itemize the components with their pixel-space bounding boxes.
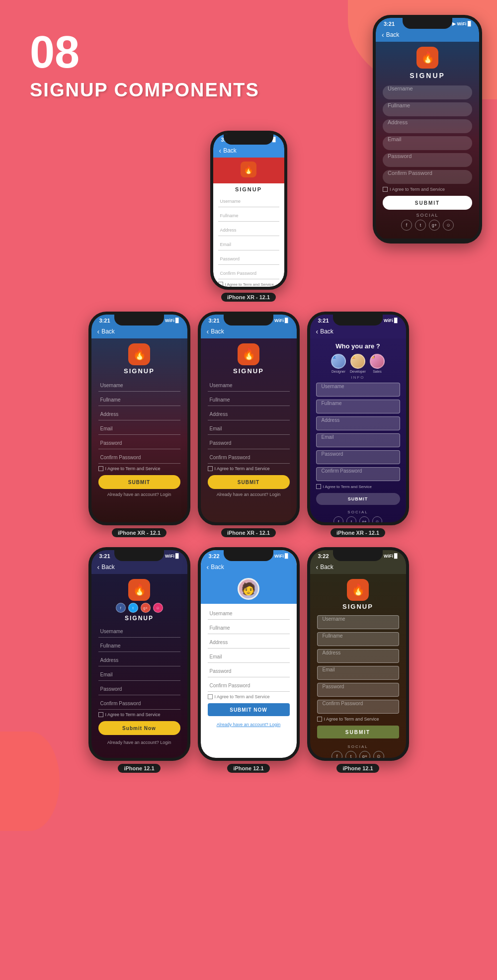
f5-fullname[interactable]: Fullname	[208, 622, 290, 634]
f1-username[interactable]: Username	[98, 380, 180, 392]
f1-password[interactable]: Password	[98, 437, 180, 449]
phone-1-wrapper: 3:21 WiFi ▉ ‹ Back 🔥 SIGNUP Username Ful…	[88, 312, 190, 537]
f1-address[interactable]: Address	[98, 408, 180, 420]
f2-submit[interactable]: SUBMIT	[208, 475, 290, 489]
social-label: SOCIAL	[383, 213, 472, 218]
f1-fullname[interactable]: Fullname	[98, 394, 180, 406]
phone-2: 3:21 WiFi ▉ ‹ Back 🔥 SIGNUP Username Ful…	[198, 312, 300, 525]
f3-confirm[interactable]: Confirm Password	[316, 467, 400, 481]
f4-confirm[interactable]: Confirm Password	[98, 698, 180, 710]
f6-gh[interactable]: ⊙	[373, 751, 384, 758]
f3-submit[interactable]: SUBMIT	[316, 493, 400, 505]
f6-address[interactable]: Address	[317, 649, 399, 663]
signup-title-2: SIGNUP	[208, 367, 290, 375]
f6-email[interactable]: Email	[317, 666, 399, 680]
google-icon[interactable]: g+	[429, 220, 440, 231]
red-header: 🔥	[213, 158, 284, 183]
password-line[interactable]: Password	[218, 253, 279, 265]
avatar-circle-3: 🧑	[370, 354, 385, 369]
f6-fullname[interactable]: Fullname	[317, 632, 399, 646]
f4-email[interactable]: Email	[98, 669, 180, 681]
top-gp[interactable]: g+	[141, 603, 151, 613]
instagram-icon[interactable]: ☺	[443, 220, 454, 231]
f5-address[interactable]: Address	[208, 637, 290, 649]
terms-checkbox[interactable]	[383, 187, 388, 192]
phone-1: 3:21 WiFi ▉ ‹ Back 🔥 SIGNUP Username Ful…	[88, 312, 190, 525]
f4-address[interactable]: Address	[98, 654, 180, 666]
f5-already: Already have an account? Login	[208, 722, 290, 727]
f5-password[interactable]: Password	[208, 665, 290, 677]
f3-fullname[interactable]: Fullname	[316, 400, 400, 413]
f6-social-label: SOCIAL	[317, 744, 399, 749]
checkbox-row: I Agree to Term and Service	[383, 187, 472, 192]
f2-password[interactable]: Password	[208, 437, 290, 449]
f4-checkbox[interactable]	[98, 712, 103, 717]
phone-2-content: 🔥 SIGNUP Username Fullname Address Email…	[201, 338, 297, 502]
f6-tw[interactable]: t	[345, 751, 356, 758]
f6-password[interactable]: Password	[317, 683, 399, 697]
username-line[interactable]: Username	[218, 195, 279, 207]
f2-checkbox[interactable]	[208, 466, 213, 471]
f4-username[interactable]: Username	[98, 626, 180, 638]
f2-email[interactable]: Email	[208, 423, 290, 435]
username-field[interactable]: Username	[383, 85, 472, 99]
confirm-line[interactable]: Confirm Password	[218, 267, 279, 279]
f1-submit[interactable]: SUBMIT	[98, 475, 180, 489]
f4-password[interactable]: Password	[98, 683, 180, 695]
phone-large-wrapper: 3:21 ▶ WiFi ▉ ‹ Back 🔥 SIGNUP Username F…	[373, 15, 482, 244]
f3-gp[interactable]: g+	[359, 516, 369, 522]
email-line[interactable]: Email	[218, 239, 279, 250]
f5-username[interactable]: Username	[208, 608, 290, 620]
f3-email[interactable]: Email	[316, 433, 400, 447]
fullname-field[interactable]: Fullname	[383, 102, 472, 116]
f2-username[interactable]: Username	[208, 380, 290, 392]
top-tw[interactable]: t	[128, 603, 138, 613]
top-fb[interactable]: f	[116, 603, 126, 613]
f5-confirm[interactable]: Confirm Password	[208, 680, 290, 692]
f5-email[interactable]: Email	[208, 651, 290, 663]
f3-ig[interactable]: ☺	[372, 516, 382, 522]
f3-password[interactable]: Password	[316, 450, 400, 464]
f5-checkbox[interactable]	[208, 694, 213, 699]
submit-button[interactable]: SUBMIT	[383, 196, 472, 210]
facebook-icon[interactable]: f	[401, 220, 412, 231]
f6-fb[interactable]: f	[331, 751, 342, 758]
f1-email[interactable]: Email	[98, 423, 180, 435]
password-field[interactable]: Password	[383, 153, 472, 167]
f4-fullname[interactable]: Fullname	[98, 640, 180, 652]
f3-fb[interactable]: f	[333, 516, 343, 522]
email-field[interactable]: Email	[383, 136, 472, 150]
f5-submit[interactable]: SUBMIT NOW	[208, 703, 290, 716]
f2-address[interactable]: Address	[208, 408, 290, 420]
avatar-sales[interactable]: 🧑 Sales	[370, 354, 385, 373]
avatar-developer[interactable]: 👱 Developer	[350, 354, 366, 373]
f6-checkbox[interactable]	[317, 717, 322, 722]
f6-gp[interactable]: g+	[359, 751, 370, 758]
f6-username[interactable]: Username	[317, 615, 399, 629]
f3-address[interactable]: Address	[316, 416, 400, 430]
f6-confirm[interactable]: Confirm Password	[317, 700, 399, 714]
f2-confirm[interactable]: Confirm Password	[208, 452, 290, 464]
f4-submit[interactable]: Submit Now	[98, 721, 180, 735]
confirm-password-field[interactable]: Confirm Password	[383, 170, 472, 184]
f3-checkbox[interactable]	[316, 484, 321, 489]
phone-3-content: Who you are ? 👤 Designer 👱 Developer 🧑	[310, 338, 406, 522]
twitter-icon[interactable]: t	[415, 220, 426, 231]
f1-confirm[interactable]: Confirm Password	[98, 452, 180, 464]
address-line[interactable]: Address	[218, 224, 279, 236]
f3-username[interactable]: Username	[316, 383, 400, 397]
f3-tw[interactable]: t	[346, 516, 356, 522]
f2-fullname[interactable]: Fullname	[208, 394, 290, 406]
top-ig[interactable]: ☺	[153, 603, 163, 613]
avatar-designer[interactable]: 👤 Designer	[331, 354, 346, 373]
phone-large: 3:21 ▶ WiFi ▉ ‹ Back 🔥 SIGNUP Username F…	[373, 15, 482, 244]
phone-large-screen: 3:21 ▶ WiFi ▉ ‹ Back 🔥 SIGNUP Username F…	[376, 18, 479, 241]
f1-checkbox[interactable]	[98, 466, 103, 471]
f4-already: Already have an account? Login	[98, 740, 180, 745]
terms-checkbox-2[interactable]	[218, 282, 223, 287]
fullname-line[interactable]: Fullname	[218, 210, 279, 222]
address-field[interactable]: Address	[383, 119, 472, 133]
f6-submit[interactable]: SUBMIT	[317, 726, 399, 738]
white-form: SIGNUP Username Fullname Address Email P…	[213, 183, 284, 287]
phone-label-2: iPhone XR - 12.1	[221, 528, 276, 537]
